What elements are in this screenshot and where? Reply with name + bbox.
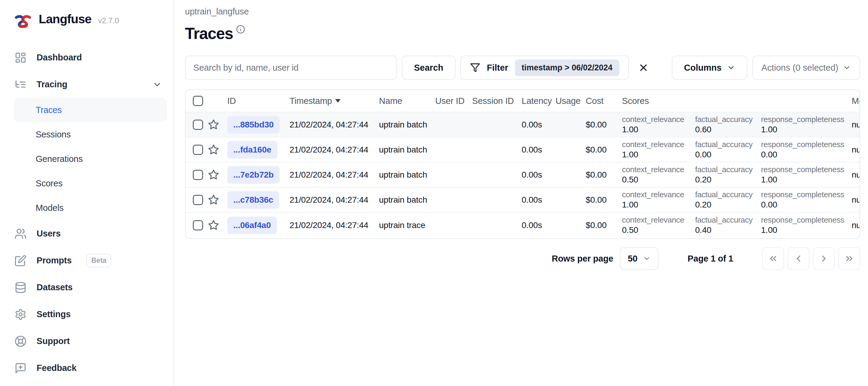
- sidebar: Langfuse v2.7.0 Dashboard Tracing: [0, 0, 174, 386]
- table-row[interactable]: ...06af4a0 21/02/2024, 04:27:44 uptrain …: [186, 213, 860, 238]
- sidebar-item-support[interactable]: Support: [14, 328, 167, 355]
- star-icon[interactable]: [208, 144, 227, 155]
- column-header-scores[interactable]: Scores: [615, 96, 844, 106]
- score-factual-accuracy: factual_accuracy 0.40: [695, 215, 761, 235]
- latency-cell: 0.00s: [522, 120, 556, 130]
- sidebar-item-scores[interactable]: Scores: [14, 171, 167, 196]
- latency-cell: 0.00s: [522, 170, 556, 180]
- beta-badge: Beta: [87, 254, 111, 267]
- sidebar-subitem-label: Traces: [36, 105, 62, 115]
- row-checkbox[interactable]: [193, 170, 203, 180]
- actions-button[interactable]: Actions (0 selected): [752, 56, 860, 80]
- select-all-checkbox[interactable]: [193, 96, 203, 106]
- sidebar-item-models[interactable]: Models: [14, 196, 167, 220]
- score-response-completeness: response_completeness 1.00: [761, 115, 852, 135]
- sidebar-item-traces[interactable]: Traces: [14, 98, 167, 122]
- column-header-latency[interactable]: Latency: [522, 96, 556, 106]
- sidebar-item-prompts[interactable]: Prompts Beta: [14, 247, 167, 274]
- chevron-down-icon: [643, 255, 651, 262]
- table-row[interactable]: ...fda160e 21/02/2024, 04:27:44 uptrain …: [186, 137, 860, 162]
- sidebar-item-label: Datasets: [37, 282, 72, 292]
- trace-id-link[interactable]: ...c78b36c: [227, 191, 279, 209]
- filter-chip[interactable]: timestamp > 06/02/2024: [515, 60, 619, 76]
- tracing-submenu: Traces Sessions Generations Scores Model…: [14, 98, 167, 220]
- star-icon[interactable]: [208, 119, 227, 130]
- row-checkbox[interactable]: [193, 120, 203, 130]
- latency-cell: 0.00s: [522, 195, 556, 205]
- funnel-icon: [470, 63, 480, 73]
- sidebar-item-generations[interactable]: Generations: [14, 147, 167, 171]
- langfuse-logo-icon: [14, 14, 32, 28]
- trace-id-link[interactable]: ...885bd30: [227, 116, 280, 133]
- sidebar-item-settings[interactable]: Settings: [14, 301, 167, 328]
- timestamp-cell: 21/02/2024, 04:27:44: [289, 195, 379, 205]
- sidebar-subitem-label: Sessions: [36, 130, 71, 139]
- timestamp-cell: 21/02/2024, 04:27:44: [289, 120, 379, 130]
- cost-cell: $0.00: [586, 221, 615, 230]
- message-square-plus-icon: [14, 362, 27, 374]
- search-input[interactable]: [185, 56, 397, 80]
- pen-square-icon: [14, 255, 27, 267]
- row-checkbox[interactable]: [193, 145, 203, 155]
- trace-id-link[interactable]: ...7e2b72b: [227, 166, 280, 184]
- filter-button[interactable]: Filter timestamp > 06/02/2024: [460, 56, 629, 80]
- table-row[interactable]: ...7e2b72b 21/02/2024, 04:27:44 uptrain …: [186, 162, 860, 188]
- score-response-completeness: response_completeness 1.00: [761, 165, 852, 185]
- cost-cell: $0.00: [586, 145, 615, 155]
- last-page-button[interactable]: [838, 247, 860, 270]
- info-icon[interactable]: [236, 25, 245, 34]
- scores-cell: context_relevance 0.50 factual_accuracy …: [615, 215, 844, 235]
- column-header-user-id[interactable]: User ID: [435, 96, 472, 106]
- score-context-relevance: context_relevance 1.00: [622, 190, 695, 210]
- sidebar-subitem-label: Scores: [36, 179, 63, 189]
- sidebar-item-sessions[interactable]: Sessions: [14, 122, 167, 147]
- previous-page-button[interactable]: [787, 247, 809, 270]
- name-cell: uptrain batch: [379, 145, 435, 155]
- sidebar-item-feedback[interactable]: Feedback: [14, 355, 167, 382]
- sidebar-item-label: Prompts: [37, 256, 72, 265]
- scores-cell: context_relevance 1.00 factual_accuracy …: [615, 139, 844, 160]
- sidebar-item-datasets[interactable]: Datasets: [14, 274, 167, 301]
- chevron-down-icon[interactable]: [152, 80, 162, 89]
- row-checkbox[interactable]: [193, 220, 203, 230]
- star-icon[interactable]: [208, 220, 227, 231]
- column-header-id[interactable]: ID: [227, 96, 289, 106]
- sidebar-subitem-label: Models: [36, 203, 63, 213]
- column-header-name[interactable]: Name: [379, 96, 435, 106]
- metadata-cell: null: [844, 120, 860, 130]
- sidebar-item-dashboard[interactable]: Dashboard: [14, 44, 167, 71]
- score-response-completeness: response_completeness 1.00: [761, 215, 852, 235]
- timestamp-cell: 21/02/2024, 04:27:44: [289, 145, 379, 155]
- actions-button-label: Actions (0 selected): [761, 63, 838, 73]
- sidebar-item-tracing[interactable]: Tracing: [14, 71, 167, 98]
- trace-id-link[interactable]: ...06af4a0: [227, 217, 277, 234]
- columns-button[interactable]: Columns: [672, 56, 747, 80]
- dashboard-icon: [14, 52, 27, 64]
- column-header-session-id[interactable]: Session ID: [472, 96, 522, 106]
- table-row[interactable]: ...885bd30 21/02/2024, 04:27:44 uptrain …: [186, 112, 860, 137]
- first-page-button[interactable]: [762, 247, 784, 270]
- star-icon[interactable]: [208, 194, 227, 205]
- rows-per-page-label: Rows per page: [552, 254, 614, 264]
- next-page-button[interactable]: [813, 247, 835, 270]
- clear-filter-button[interactable]: [638, 56, 649, 80]
- breadcrumb[interactable]: uptrain_langfuse: [185, 7, 860, 19]
- rows-per-page-select[interactable]: 50: [620, 247, 658, 270]
- app-version: v2.7.0: [98, 16, 119, 25]
- search-button[interactable]: Search: [402, 56, 456, 80]
- row-checkbox[interactable]: [193, 195, 203, 205]
- column-header-metadata[interactable]: Metadata: [844, 96, 860, 106]
- column-header-cost[interactable]: Cost: [586, 96, 615, 106]
- column-header-timestamp[interactable]: Timestamp: [289, 96, 379, 106]
- app-logo[interactable]: Langfuse v2.7.0: [14, 12, 167, 31]
- page-indicator: Page 1 of 1: [688, 254, 733, 264]
- timestamp-cell: 21/02/2024, 04:27:44: [289, 221, 379, 230]
- score-factual-accuracy: factual_accuracy 0.00: [695, 139, 761, 160]
- table-row[interactable]: ...c78b36c 21/02/2024, 04:27:44 uptrain …: [186, 188, 860, 213]
- star-icon[interactable]: [208, 169, 227, 180]
- sidebar-item-users[interactable]: Users: [14, 220, 167, 247]
- trace-id-link[interactable]: ...fda160e: [227, 141, 277, 159]
- metadata-cell: null: [844, 145, 860, 155]
- column-header-usage[interactable]: Usage: [556, 96, 586, 106]
- sidebar-subitem-label: Generations: [36, 154, 83, 164]
